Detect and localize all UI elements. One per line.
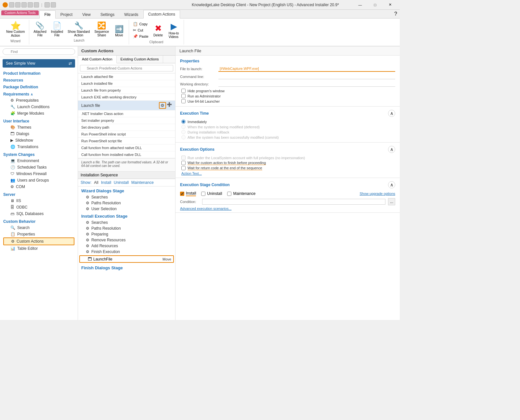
launch-file-move-button[interactable]: Move	[162, 257, 171, 261]
filter-maintenance[interactable]: Maintenance	[131, 180, 154, 185]
maximize-button[interactable]: □	[368, 0, 382, 10]
sidebar-item-slideshow[interactable]: ▶ Slideshow	[3, 137, 74, 144]
sidebar-item-package-definition[interactable]: Package Definition	[0, 83, 78, 90]
sidebar-item-search[interactable]: 🔍 Search	[3, 224, 74, 231]
working-dir-input[interactable]	[218, 81, 395, 87]
sidebar-item-properties[interactable]: 📋 Properties	[3, 231, 74, 237]
sidebar-item-themes[interactable]: 🎨 Themes	[3, 124, 74, 131]
toolbar-btn-1[interactable]	[9, 2, 14, 7]
execution-stage-collapse-button[interactable]: ∧	[388, 181, 395, 188]
sidebar-item-odbc[interactable]: 🗄 ODBC	[3, 204, 74, 210]
user-interface-header[interactable]: User Interface	[3, 118, 74, 124]
exec-wait-return-checkbox[interactable]	[181, 166, 186, 170]
sidebar-item-sql-databases[interactable]: 🗃 SQL Databases	[3, 210, 74, 217]
exec-stage-install-checkbox[interactable]	[180, 192, 184, 196]
action-set-installer-property[interactable]: Set installer property	[78, 117, 175, 124]
server-header[interactable]: Server	[3, 192, 74, 197]
custom-behavior-header[interactable]: Custom Behavior	[3, 219, 74, 224]
new-custom-action-button[interactable]: ⭐ New CustomAction	[5, 20, 26, 39]
how-to-videos-button[interactable]: ▶ How-toVideos	[167, 20, 181, 40]
action-text-link[interactable]: Action Text...	[180, 172, 202, 175]
sidebar-item-scheduled-tasks[interactable]: 🕐 Scheduled Tasks	[3, 164, 74, 171]
action-icon-gear[interactable]: ⚙	[159, 102, 166, 109]
exec-time-commit-radio[interactable]	[181, 135, 186, 139]
copy-button[interactable]: 📋 Copy	[132, 21, 150, 27]
simple-view-button[interactable]: See Simple View ⇄	[3, 59, 75, 68]
help-icon[interactable]: ?	[392, 10, 400, 18]
sidebar-item-users-groups[interactable]: 👥 Users and Groups	[3, 177, 74, 184]
use-64bit-checkbox[interactable]	[181, 99, 186, 103]
action-search-input[interactable]	[80, 65, 173, 71]
tab-wizards[interactable]: Wizards	[119, 10, 143, 19]
sequence-share-button[interactable]: 🔀 SequenceShare	[93, 20, 110, 38]
action-launch-file-from-property[interactable]: Launch file from property	[78, 87, 175, 94]
action-call-installed-dll[interactable]: Call function from installed native DLL	[78, 151, 175, 158]
exec-stage-uninstall-checkbox[interactable]	[201, 192, 205, 196]
minimize-button[interactable]: —	[353, 0, 367, 10]
sidebar-item-windows-firewall[interactable]: 🛡 Windows Firewall	[3, 171, 74, 177]
requirements-header[interactable]: Requirements ∧	[3, 91, 74, 97]
sidebar-search-input[interactable]	[3, 48, 75, 55]
system-changes-header[interactable]: System Changes	[3, 152, 74, 158]
filter-all[interactable]: All	[94, 180, 98, 185]
filter-install[interactable]: Install	[101, 180, 111, 185]
sidebar-item-translations[interactable]: 🌐 Translations	[3, 144, 74, 150]
sidebar-item-resources[interactable]: Resources	[0, 76, 78, 83]
exec-time-deferred-radio[interactable]	[181, 125, 186, 129]
sidebar-item-com[interactable]: ⚙ COM	[3, 184, 74, 190]
tab-add-custom-action[interactable]: Add Custom Action	[78, 56, 117, 63]
sidebar-item-launch-conditions[interactable]: 🔧 Launch Conditions	[3, 104, 74, 110]
installed-file-button[interactable]: 📄 InstalledFile	[49, 20, 65, 38]
advanced-execution-link[interactable]: Advanced execution scenarios...	[180, 207, 395, 210]
attached-file-button[interactable]: 📎 AttachedFile	[32, 20, 48, 38]
sidebar-item-custom-actions[interactable]: ⚙ Custom Actions	[3, 237, 74, 245]
toolbar-btn-3[interactable]	[21, 2, 27, 7]
toolbar-btn-6[interactable]	[45, 2, 50, 7]
paste-button[interactable]: 📌 Paste	[132, 33, 150, 39]
launch-file-row[interactable]: 🗔 LaunchFile Move	[79, 255, 174, 263]
file-to-launch-input[interactable]	[218, 66, 395, 72]
show-standard-action-button[interactable]: 🔧 Show StandardAction	[66, 20, 91, 38]
action-launch-installed-file[interactable]: Launch installed file	[78, 80, 175, 87]
execution-time-collapse-button[interactable]: ∧	[388, 110, 395, 117]
tab-existing-custom-actions[interactable]: Existing Custom Actions	[117, 56, 163, 63]
condition-input[interactable]	[202, 199, 385, 205]
sidebar-item-environment[interactable]: 💻 Environment	[3, 158, 74, 164]
action-net-installer-class[interactable]: .NET Installer Class action	[78, 110, 175, 117]
cut-button[interactable]: ✂ Cut	[132, 27, 150, 33]
sidebar-item-merge-modules[interactable]: 🧩 Merge Modules	[3, 110, 74, 117]
action-run-powershell-script[interactable]: Run PowerShell script file	[78, 138, 175, 145]
action-set-directory-path[interactable]: Set directory path	[78, 124, 175, 131]
close-button[interactable]: ✕	[383, 0, 397, 10]
toolbar-btn-2[interactable]	[15, 2, 20, 7]
exec-wait-finish-checkbox[interactable]	[181, 161, 186, 165]
command-line-input[interactable]	[218, 74, 395, 79]
action-launch-file[interactable]: Launch file ⚙ ➕	[78, 101, 175, 110]
tab-view[interactable]: View	[77, 10, 96, 19]
sidebar-item-prerequisites[interactable]: ⚙ Prerequisites	[3, 97, 74, 104]
show-upgrade-link[interactable]: Show upgrade options	[360, 192, 395, 196]
action-launch-attached-file[interactable]: Launch attached file	[78, 73, 175, 80]
tab-settings[interactable]: Settings	[96, 10, 119, 19]
toolbar-btn-4[interactable]	[28, 2, 33, 7]
action-call-attached-dll[interactable]: Call function from attached native DLL	[78, 145, 175, 151]
action-launch-exe-with-dir[interactable]: Launch EXE with working directory	[78, 94, 175, 101]
sidebar-item-dialogs[interactable]: 🗔 Dialogs	[3, 131, 74, 137]
exec-time-rollback-radio[interactable]	[181, 130, 186, 134]
condition-browse-button[interactable]: ...	[388, 198, 395, 205]
toolbar-btn-7[interactable]	[51, 2, 56, 7]
execution-options-collapse-button[interactable]: ∧	[388, 146, 395, 153]
hide-window-checkbox[interactable]	[181, 89, 186, 93]
action-run-powershell-inline[interactable]: Run PowerShell inline script	[78, 131, 175, 138]
delete-button[interactable]: ✖ Delete	[151, 22, 165, 38]
run-as-admin-checkbox[interactable]	[181, 94, 186, 98]
sidebar-item-table-editor[interactable]: 📊 Table Editor	[3, 245, 74, 252]
filter-uninstall[interactable]: Uninstall	[114, 180, 129, 185]
toolbar-btn-5[interactable]	[34, 2, 39, 7]
move-button[interactable]: ➡️ Move	[112, 24, 126, 38]
action-icon-add[interactable]: ➕	[167, 102, 172, 109]
sidebar-item-product-information[interactable]: Product Information	[0, 70, 78, 76]
exec-stage-maintenance-checkbox[interactable]	[227, 192, 231, 196]
sidebar-item-iis[interactable]: 🖥 IIS	[3, 197, 74, 204]
tab-file[interactable]: File	[39, 10, 55, 19]
